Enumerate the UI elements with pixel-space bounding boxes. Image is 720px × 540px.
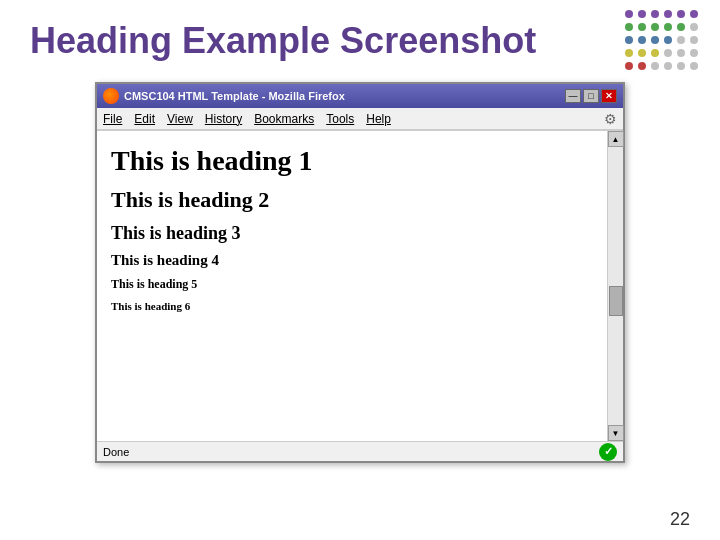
dot bbox=[651, 23, 659, 31]
dot bbox=[664, 23, 672, 31]
browser-content-wrapper: This is heading 1 This is heading 2 This… bbox=[97, 130, 623, 441]
heading-3: This is heading 3 bbox=[111, 223, 593, 244]
scroll-thumb[interactable] bbox=[609, 286, 623, 316]
close-button[interactable]: ✕ bbox=[601, 89, 617, 103]
browser-window: CMSC104 HTML Template - Mozilla Firefox … bbox=[95, 82, 625, 463]
dot bbox=[664, 62, 672, 70]
menu-bar: File Edit View History Bookmarks Tools H… bbox=[97, 108, 623, 130]
dot bbox=[638, 49, 646, 57]
title-bar-buttons: — □ ✕ bbox=[565, 89, 617, 103]
dot bbox=[638, 10, 646, 18]
maximize-button[interactable]: □ bbox=[583, 89, 599, 103]
menu-view[interactable]: View bbox=[167, 112, 193, 126]
dot-decoration bbox=[625, 10, 700, 72]
heading-1: This is heading 1 bbox=[111, 145, 593, 177]
scroll-down-button[interactable]: ▼ bbox=[608, 425, 624, 441]
dot bbox=[651, 49, 659, 57]
dot bbox=[690, 62, 698, 70]
minimize-button[interactable]: — bbox=[565, 89, 581, 103]
heading-5: This is heading 5 bbox=[111, 277, 593, 292]
menu-help[interactable]: Help bbox=[366, 112, 391, 126]
dot bbox=[625, 10, 633, 18]
scrollbar[interactable]: ▲ ▼ bbox=[607, 131, 623, 441]
dot bbox=[664, 36, 672, 44]
browser-title: CMSC104 HTML Template - Mozilla Firefox bbox=[124, 90, 345, 102]
heading-4: This is heading 4 bbox=[111, 252, 593, 269]
heading-6: This is heading 6 bbox=[111, 300, 593, 312]
menu-bookmarks[interactable]: Bookmarks bbox=[254, 112, 314, 126]
dot bbox=[638, 23, 646, 31]
menu-tools[interactable]: Tools bbox=[326, 112, 354, 126]
menu-file[interactable]: File bbox=[103, 112, 122, 126]
title-bar: CMSC104 HTML Template - Mozilla Firefox … bbox=[97, 84, 623, 108]
dot bbox=[677, 23, 685, 31]
dot bbox=[638, 36, 646, 44]
dot bbox=[677, 10, 685, 18]
firefox-icon bbox=[103, 88, 119, 104]
scroll-up-button[interactable]: ▲ bbox=[608, 131, 624, 147]
heading-2: This is heading 2 bbox=[111, 187, 593, 213]
status-bar: Done ✓ bbox=[97, 441, 623, 461]
dot bbox=[651, 62, 659, 70]
dot bbox=[651, 36, 659, 44]
dot bbox=[677, 36, 685, 44]
dot bbox=[625, 23, 633, 31]
scroll-track[interactable] bbox=[608, 147, 623, 425]
menu-history[interactable]: History bbox=[205, 112, 242, 126]
gear-icon[interactable]: ⚙ bbox=[604, 111, 617, 127]
dot bbox=[625, 36, 633, 44]
title-bar-left: CMSC104 HTML Template - Mozilla Firefox bbox=[103, 88, 345, 104]
dot bbox=[690, 23, 698, 31]
dot bbox=[677, 49, 685, 57]
menu-edit[interactable]: Edit bbox=[134, 112, 155, 126]
page-title: Heading Example Screenshot bbox=[30, 20, 690, 62]
dot bbox=[664, 49, 672, 57]
dot bbox=[625, 49, 633, 57]
dot bbox=[690, 36, 698, 44]
dot bbox=[638, 62, 646, 70]
dot bbox=[690, 49, 698, 57]
dot bbox=[690, 10, 698, 18]
browser-content: This is heading 1 This is heading 2 This… bbox=[97, 131, 607, 441]
dot bbox=[664, 10, 672, 18]
status-text: Done bbox=[103, 446, 129, 458]
slide: Heading Example Screenshot bbox=[0, 0, 720, 540]
dot bbox=[625, 62, 633, 70]
dot bbox=[677, 62, 685, 70]
dot bbox=[651, 10, 659, 18]
status-done-icon: ✓ bbox=[599, 443, 617, 461]
page-number: 22 bbox=[670, 509, 690, 530]
